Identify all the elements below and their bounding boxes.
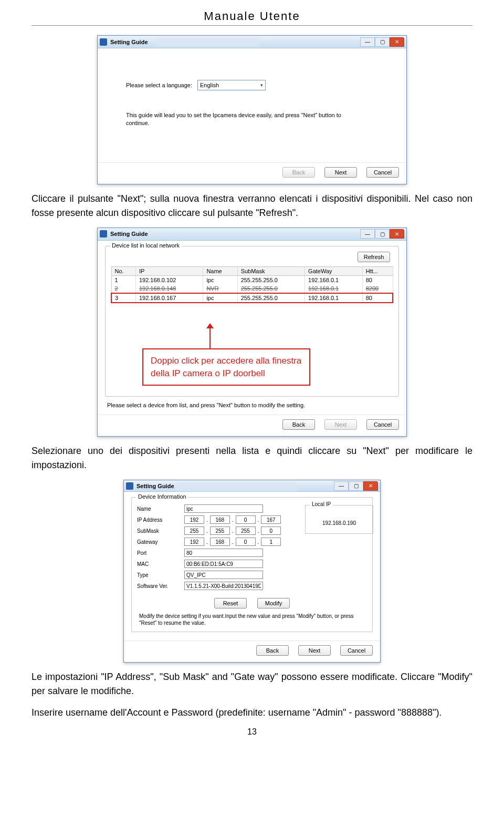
submask-label: SubMask [137,528,184,534]
col-ip: IP [135,266,203,275]
page-number: 13 [32,727,472,737]
titlebar: Setting Guide — ▢ ✕ [124,480,380,492]
chevron-down-icon: ▾ [260,82,263,88]
ip-octet-3[interactable] [236,515,256,524]
table-row-highlighted[interactable]: 3 192.168.0.167 ipc 255.255.255.0 192.16… [111,293,393,303]
select-device-note: Please select a device from list, and pr… [107,402,399,408]
setting-guide-window-1: Setting Guide — ▢ ✕ Please select a lang… [97,35,407,184]
cancel-button[interactable]: Cancel [340,645,373,656]
close-button[interactable]: ✕ [363,481,378,491]
type-input[interactable] [184,571,263,579]
next-button: Next [324,419,357,430]
version-label: Software Ver. [137,583,184,589]
cancel-button[interactable]: Cancel [366,419,399,430]
language-value: English [200,82,219,88]
window-title: Setting Guide [110,231,148,237]
back-button[interactable]: Back [282,419,315,430]
ip-octet-4[interactable] [261,515,281,524]
para-2: Selezionare uno dei dispositivi presenti… [32,444,472,472]
gw-octet-2[interactable] [210,538,230,546]
red-annotation: Doppio click per accedere alla finestra … [142,348,310,386]
maximize-button[interactable]: ▢ [375,37,390,47]
version-input[interactable] [184,582,263,590]
app-icon [100,38,107,46]
sub-octet-2[interactable] [210,526,230,535]
minimize-button[interactable]: — [334,481,349,491]
gateway-label: Gateway [137,539,184,545]
title-underline [32,25,472,26]
sub-octet-3[interactable] [236,526,256,535]
gw-octet-1[interactable] [184,538,204,546]
para-4: Inserire username dell'Account e Passwor… [32,706,472,720]
mac-input[interactable] [184,560,263,568]
col-gateway: GateWay [305,266,363,275]
mac-label: MAC [137,561,184,567]
modify-button[interactable]: Modify [257,598,290,608]
guide-note: This guide will lead you to set the Ipca… [126,111,346,128]
annotation-text: Doppio click per accedere alla finestra … [151,356,301,378]
local-ip-fieldset: Local IP 192.168.0.190 [305,505,373,534]
back-button: Back [282,167,315,178]
col-no: No. [111,266,135,275]
titlebar: Setting Guide — ▢ ✕ [98,228,406,241]
annotation-arrow-head-icon [206,323,214,328]
back-button[interactable]: Back [256,645,289,656]
col-http: Htt... [362,266,393,275]
minimize-button[interactable]: — [360,37,375,47]
blurred-overlay [155,37,260,47]
maximize-button[interactable]: ▢ [375,229,390,239]
close-button[interactable]: ✕ [390,229,404,239]
cancel-button[interactable]: Cancel [366,167,399,178]
local-ip-legend: Local IP [310,501,333,507]
ip-octet-2[interactable] [210,515,230,524]
window-title: Setting Guide [110,39,148,45]
setting-guide-window-3: Setting Guide — ▢ ✕ Device Information N… [123,480,381,663]
app-icon [126,482,133,490]
name-label: Name [137,506,184,512]
refresh-button[interactable]: Refresh [358,252,390,262]
annotation-arrow-line [209,326,211,349]
maximize-button[interactable]: ▢ [349,481,363,491]
window-title: Setting Guide [136,483,174,489]
ip-octet-1[interactable] [184,515,204,524]
titlebar: Setting Guide — ▢ ✕ [98,36,406,48]
device-info-legend: Device Information [136,493,188,500]
para-1: Cliccare il pulsante "Next"; sulla nuova… [32,192,472,220]
language-label: Please select a language: [126,82,192,88]
next-button[interactable]: Next [324,167,357,178]
doc-title: Manuale Utente [32,9,472,25]
submask-input-group: . . . [184,526,281,535]
sub-octet-1[interactable] [184,526,204,535]
setting-guide-window-2: Setting Guide — ▢ ✕ Device list in local… [97,228,407,437]
modify-note: Modify the device setting if you want.In… [139,613,365,626]
col-submask: SubMask [237,266,304,275]
col-name: Name [203,266,237,275]
ip-label: IP Address [137,517,184,523]
table-row[interactable]: 1 192.168.0.102 ipc 255.255.255.0 192.16… [111,275,393,284]
device-table: No. IP Name SubMask GateWay Htt... 1 192… [111,266,393,303]
local-ip-value: 192.168.0.190 [310,513,369,529]
gateway-input-group: . . . [184,538,281,546]
language-combo[interactable]: English ▾ [197,80,266,90]
port-input[interactable] [184,549,263,557]
device-list-legend: Device list in local network [110,242,182,249]
ip-input-group: . . . [184,515,281,524]
sub-octet-4[interactable] [261,526,281,535]
device-info-fieldset: Device Information Name IP Address . . . [131,497,373,632]
gw-octet-4[interactable] [261,538,281,546]
reset-button[interactable]: Reset [214,598,247,608]
next-button[interactable]: Next [298,645,331,656]
type-label: Type [137,572,184,578]
minimize-button[interactable]: — [360,229,375,239]
table-row[interactable]: 2 192.168.0.148 NVR 255.255.255.0 192.16… [111,284,393,293]
app-icon [100,230,107,238]
gw-octet-3[interactable] [236,538,256,546]
name-input[interactable] [184,504,263,513]
blurred-overlay [176,482,297,491]
port-label: Port [137,550,184,556]
close-button[interactable]: ✕ [390,37,404,47]
para-3: Le impostazioni "IP Address", "Sub Mask"… [32,670,472,698]
device-list-fieldset: Device list in local network Refresh No.… [105,246,399,397]
